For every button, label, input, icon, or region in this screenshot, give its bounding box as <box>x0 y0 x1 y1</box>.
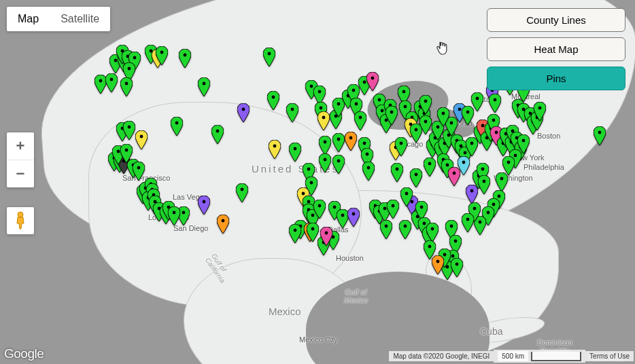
map-pin[interactable] <box>387 200 399 219</box>
map-pin[interactable] <box>105 73 118 92</box>
map-pin[interactable] <box>179 49 191 68</box>
country-label-mexico: Mexico <box>269 306 301 317</box>
svg-point-49 <box>320 107 323 110</box>
svg-point-59 <box>307 200 311 204</box>
map-pin[interactable] <box>478 175 490 194</box>
svg-point-93 <box>392 204 395 208</box>
pins-button[interactable]: Pins <box>487 67 625 90</box>
map-pin[interactable] <box>395 137 407 156</box>
svg-point-157 <box>466 218 470 221</box>
svg-point-179 <box>428 245 432 249</box>
terms-link[interactable]: Terms of Use <box>585 351 634 361</box>
map-pin[interactable] <box>419 95 432 114</box>
map-pin[interactable] <box>217 215 229 234</box>
streetview-pegman[interactable] <box>7 207 34 234</box>
svg-point-96 <box>400 142 403 145</box>
svg-point-76 <box>359 116 362 120</box>
svg-point-123 <box>442 112 445 115</box>
map-pin[interactable] <box>380 220 392 239</box>
map-pin[interactable] <box>135 130 148 149</box>
svg-point-72 <box>337 103 341 106</box>
map-pin[interactable] <box>448 167 460 186</box>
svg-point-57 <box>310 181 313 185</box>
county-lines-button[interactable]: County Lines <box>487 8 625 32</box>
svg-point-146 <box>481 124 485 128</box>
map-pin[interactable] <box>237 103 250 122</box>
svg-point-82 <box>352 213 356 216</box>
map-pin[interactable] <box>354 111 366 130</box>
map-pin[interactable] <box>489 94 501 113</box>
svg-point-1 <box>110 78 114 81</box>
svg-point-135 <box>454 240 458 243</box>
map-type-satellite-button[interactable]: Satellite <box>50 7 110 31</box>
svg-point-52 <box>337 138 341 141</box>
map-pin[interactable] <box>437 107 449 126</box>
svg-point-113 <box>423 222 426 225</box>
svg-point-31 <box>137 166 141 170</box>
map-pin[interactable] <box>168 206 180 225</box>
map-pin[interactable] <box>332 133 345 152</box>
map-pin[interactable] <box>319 136 331 155</box>
map-pin[interactable] <box>594 126 606 145</box>
map-pin[interactable] <box>123 121 135 140</box>
zoom-out-button[interactable]: − <box>7 160 34 187</box>
city-label: Philadelphia <box>524 163 564 171</box>
map-pin[interactable] <box>332 155 345 174</box>
map-pin[interactable] <box>400 187 413 206</box>
svg-point-153 <box>492 203 496 206</box>
svg-point-47 <box>310 85 313 88</box>
svg-point-56 <box>307 168 311 171</box>
map-pin[interactable] <box>156 46 168 65</box>
zoom-in-button[interactable]: + <box>7 132 34 160</box>
map-pin[interactable] <box>313 200 326 219</box>
svg-point-6 <box>133 56 137 60</box>
map-pin[interactable] <box>534 102 546 121</box>
map-pin[interactable] <box>211 125 224 144</box>
map-pin[interactable] <box>133 162 145 181</box>
map-pin[interactable] <box>120 77 133 96</box>
svg-point-12 <box>184 54 187 57</box>
map-pin[interactable] <box>424 158 436 177</box>
map-pin[interactable] <box>345 132 357 151</box>
map-pin[interactable] <box>426 223 439 242</box>
map-pin[interactable] <box>471 92 483 111</box>
svg-point-66 <box>311 228 315 231</box>
map-pin[interactable] <box>410 168 422 187</box>
map-pin[interactable] <box>286 103 298 122</box>
map-pin[interactable] <box>496 172 508 192</box>
heat-map-button[interactable]: Heat Map <box>487 37 625 61</box>
svg-point-156 <box>473 207 477 211</box>
map-pin[interactable] <box>320 227 332 246</box>
map-type-map-button[interactable]: Map <box>7 7 50 31</box>
map-pin[interactable] <box>319 153 331 172</box>
svg-point-77 <box>363 81 366 84</box>
svg-point-164 <box>522 139 526 143</box>
map-pin[interactable] <box>171 117 183 136</box>
map-pin[interactable] <box>263 48 275 67</box>
map-pin[interactable] <box>391 163 403 182</box>
map-pin[interactable] <box>267 91 279 110</box>
map-pin[interactable] <box>366 72 379 91</box>
map-pin[interactable] <box>198 196 210 215</box>
map-pin[interactable] <box>502 156 515 175</box>
svg-point-151 <box>500 177 504 181</box>
svg-point-104 <box>424 120 428 124</box>
map-pin[interactable] <box>362 162 375 181</box>
map-pin[interactable] <box>289 224 301 243</box>
map-pin[interactable] <box>318 111 330 130</box>
map-canvas[interactable]: United States Mexico Cuba Dominican Repu… <box>0 0 635 364</box>
svg-point-133 <box>453 172 456 175</box>
map-pin[interactable] <box>269 140 281 159</box>
svg-point-79 <box>366 153 369 156</box>
map-pin[interactable] <box>462 213 474 232</box>
svg-point-177 <box>476 97 479 101</box>
map-pin[interactable] <box>347 208 360 227</box>
map-pin[interactable] <box>236 183 248 202</box>
map-pin[interactable] <box>424 240 436 259</box>
map-pin[interactable] <box>289 143 301 162</box>
map-pin[interactable] <box>451 258 463 277</box>
map-pin[interactable] <box>399 220 411 239</box>
map-pin[interactable] <box>385 106 398 125</box>
svg-point-132 <box>462 161 466 164</box>
map-pin[interactable] <box>198 77 210 96</box>
